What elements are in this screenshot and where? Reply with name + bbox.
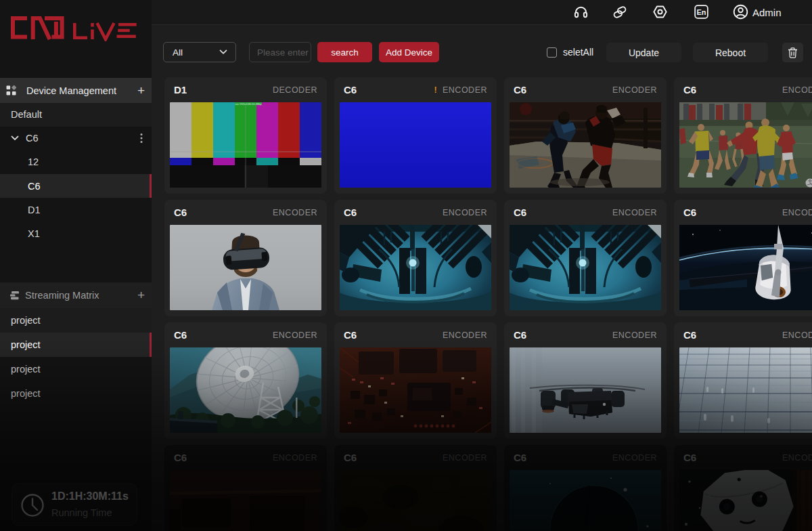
svg-text:En: En <box>696 8 706 16</box>
svg-text:xxx 1920x1080 60 4Mbp: xxx 1920x1080 60 4Mbp <box>235 103 261 106</box>
